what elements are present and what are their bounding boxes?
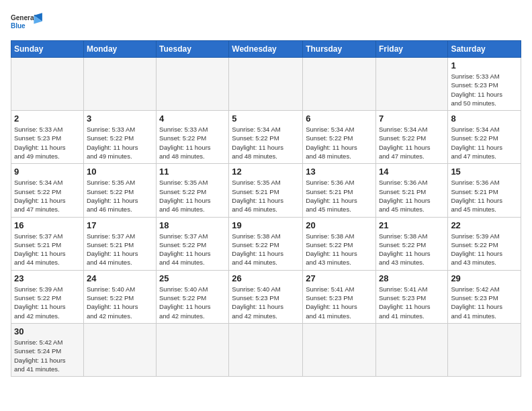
day-info: Sunrise: 5:42 AM Sunset: 5:23 PM Dayligh… <box>451 285 518 320</box>
week-row-0: 1Sunrise: 5:33 AM Sunset: 5:23 PM Daylig… <box>11 58 521 111</box>
day-info: Sunrise: 5:37 AM Sunset: 5:22 PM Dayligh… <box>159 232 226 267</box>
svg-text:Blue: Blue <box>11 22 26 30</box>
day-info: Sunrise: 5:37 AM Sunset: 5:21 PM Dayligh… <box>14 232 81 267</box>
week-row-1: 2Sunrise: 5:33 AM Sunset: 5:23 PM Daylig… <box>11 111 521 164</box>
day-number: 3 <box>87 113 153 124</box>
day-cell: 29Sunrise: 5:42 AM Sunset: 5:23 PM Dayli… <box>448 270 521 323</box>
day-cell: 23Sunrise: 5:39 AM Sunset: 5:22 PM Dayli… <box>11 270 84 323</box>
svg-text:General: General <box>11 14 36 21</box>
day-info: Sunrise: 5:39 AM Sunset: 5:22 PM Dayligh… <box>14 285 81 320</box>
day-info: Sunrise: 5:36 AM Sunset: 5:21 PM Dayligh… <box>451 178 518 214</box>
weekday-tuesday: Tuesday <box>157 41 229 58</box>
day-number: 8 <box>451 113 518 124</box>
day-info: Sunrise: 5:37 AM Sunset: 5:21 PM Dayligh… <box>87 232 153 267</box>
day-info: Sunrise: 5:35 AM Sunset: 5:22 PM Dayligh… <box>87 178 153 214</box>
logo-area: General Blue <box>11 11 44 34</box>
day-number: 20 <box>306 220 373 230</box>
day-cell: 7Sunrise: 5:34 AM Sunset: 5:22 PM Daylig… <box>375 111 447 164</box>
logo-icon: General Blue <box>11 11 44 32</box>
day-info: Sunrise: 5:34 AM Sunset: 5:22 PM Dayligh… <box>232 125 300 161</box>
day-cell: 27Sunrise: 5:41 AM Sunset: 5:23 PM Dayli… <box>303 270 376 323</box>
day-number: 15 <box>451 167 518 177</box>
day-cell: 16Sunrise: 5:37 AM Sunset: 5:21 PM Dayli… <box>11 217 84 270</box>
day-info: Sunrise: 5:33 AM Sunset: 5:23 PM Dayligh… <box>14 125 81 161</box>
day-cell: 3Sunrise: 5:33 AM Sunset: 5:22 PM Daylig… <box>83 111 156 164</box>
day-number: 1 <box>451 60 518 71</box>
day-cell: 26Sunrise: 5:40 AM Sunset: 5:23 PM Dayli… <box>229 270 303 323</box>
day-cell <box>83 323 156 376</box>
day-info: Sunrise: 5:33 AM Sunset: 5:22 PM Dayligh… <box>87 125 153 161</box>
day-number: 10 <box>87 167 153 177</box>
day-number: 11 <box>159 167 226 177</box>
day-cell: 2Sunrise: 5:33 AM Sunset: 5:23 PM Daylig… <box>11 111 84 164</box>
day-cell: 19Sunrise: 5:38 AM Sunset: 5:22 PM Dayli… <box>229 217 303 270</box>
day-cell <box>448 323 521 376</box>
day-number: 17 <box>87 220 153 230</box>
day-number: 19 <box>232 220 300 230</box>
day-cell: 18Sunrise: 5:37 AM Sunset: 5:22 PM Dayli… <box>157 217 229 270</box>
day-cell <box>375 58 447 111</box>
day-number: 16 <box>14 220 81 230</box>
day-cell: 25Sunrise: 5:40 AM Sunset: 5:22 PM Dayli… <box>157 270 229 323</box>
day-info: Sunrise: 5:35 AM Sunset: 5:22 PM Dayligh… <box>159 178 226 214</box>
day-number: 22 <box>451 220 518 230</box>
weekday-wednesday: Wednesday <box>229 41 303 58</box>
day-info: Sunrise: 5:42 AM Sunset: 5:24 PM Dayligh… <box>14 338 81 373</box>
day-cell <box>303 58 376 111</box>
day-number: 6 <box>306 113 373 124</box>
day-number: 5 <box>232 113 300 124</box>
day-info: Sunrise: 5:33 AM Sunset: 5:23 PM Dayligh… <box>451 72 518 107</box>
day-info: Sunrise: 5:34 AM Sunset: 5:22 PM Dayligh… <box>451 125 518 161</box>
day-cell: 30Sunrise: 5:42 AM Sunset: 5:24 PM Dayli… <box>11 323 84 376</box>
day-number: 21 <box>379 220 445 230</box>
weekday-friday: Friday <box>375 41 447 58</box>
day-cell <box>229 58 303 111</box>
day-cell: 20Sunrise: 5:38 AM Sunset: 5:22 PM Dayli… <box>303 217 376 270</box>
weekday-header: SundayMondayTuesdayWednesdayThursdayFrid… <box>11 41 521 58</box>
header: General Blue <box>11 11 521 34</box>
day-cell: 22Sunrise: 5:39 AM Sunset: 5:22 PM Dayli… <box>448 217 521 270</box>
day-number: 29 <box>451 273 518 283</box>
day-cell: 17Sunrise: 5:37 AM Sunset: 5:21 PM Dayli… <box>83 217 156 270</box>
day-cell: 8Sunrise: 5:34 AM Sunset: 5:22 PM Daylig… <box>448 111 521 164</box>
day-number: 24 <box>87 273 153 283</box>
day-info: Sunrise: 5:40 AM Sunset: 5:22 PM Dayligh… <box>87 285 153 320</box>
day-number: 25 <box>159 273 226 283</box>
day-info: Sunrise: 5:36 AM Sunset: 5:21 PM Dayligh… <box>379 178 445 214</box>
day-cell: 9Sunrise: 5:34 AM Sunset: 5:22 PM Daylig… <box>11 164 84 217</box>
day-info: Sunrise: 5:41 AM Sunset: 5:23 PM Dayligh… <box>306 285 373 320</box>
week-row-2: 9Sunrise: 5:34 AM Sunset: 5:22 PM Daylig… <box>11 164 521 217</box>
weekday-thursday: Thursday <box>303 41 376 58</box>
day-cell: 28Sunrise: 5:41 AM Sunset: 5:23 PM Dayli… <box>375 270 447 323</box>
day-number: 18 <box>159 220 226 230</box>
weekday-sunday: Sunday <box>11 41 84 58</box>
day-cell <box>157 58 229 111</box>
day-cell: 1Sunrise: 5:33 AM Sunset: 5:23 PM Daylig… <box>448 58 521 111</box>
day-cell: 6Sunrise: 5:34 AM Sunset: 5:22 PM Daylig… <box>303 111 376 164</box>
day-info: Sunrise: 5:38 AM Sunset: 5:22 PM Dayligh… <box>306 232 373 267</box>
week-row-5: 30Sunrise: 5:42 AM Sunset: 5:24 PM Dayli… <box>11 323 521 376</box>
day-number: 9 <box>14 167 81 177</box>
day-number: 12 <box>232 167 300 177</box>
day-number: 2 <box>14 113 81 124</box>
day-info: Sunrise: 5:36 AM Sunset: 5:21 PM Dayligh… <box>306 178 373 214</box>
day-info: Sunrise: 5:39 AM Sunset: 5:22 PM Dayligh… <box>451 232 518 267</box>
day-number: 23 <box>14 273 81 283</box>
day-cell: 21Sunrise: 5:38 AM Sunset: 5:22 PM Dayli… <box>375 217 447 270</box>
day-info: Sunrise: 5:40 AM Sunset: 5:22 PM Dayligh… <box>159 285 226 320</box>
day-cell: 4Sunrise: 5:33 AM Sunset: 5:22 PM Daylig… <box>157 111 229 164</box>
day-cell: 15Sunrise: 5:36 AM Sunset: 5:21 PM Dayli… <box>448 164 521 217</box>
weekday-monday: Monday <box>83 41 156 58</box>
day-number: 14 <box>379 167 445 177</box>
weekday-saturday: Saturday <box>448 41 521 58</box>
day-info: Sunrise: 5:34 AM Sunset: 5:22 PM Dayligh… <box>306 125 373 161</box>
day-info: Sunrise: 5:38 AM Sunset: 5:22 PM Dayligh… <box>232 232 300 267</box>
day-cell <box>157 323 229 376</box>
day-cell <box>303 323 376 376</box>
day-cell: 14Sunrise: 5:36 AM Sunset: 5:21 PM Dayli… <box>375 164 447 217</box>
day-info: Sunrise: 5:34 AM Sunset: 5:22 PM Dayligh… <box>14 178 81 214</box>
day-number: 7 <box>379 113 445 124</box>
day-cell: 12Sunrise: 5:35 AM Sunset: 5:21 PM Dayli… <box>229 164 303 217</box>
day-info: Sunrise: 5:34 AM Sunset: 5:22 PM Dayligh… <box>379 125 445 161</box>
day-cell <box>83 58 156 111</box>
